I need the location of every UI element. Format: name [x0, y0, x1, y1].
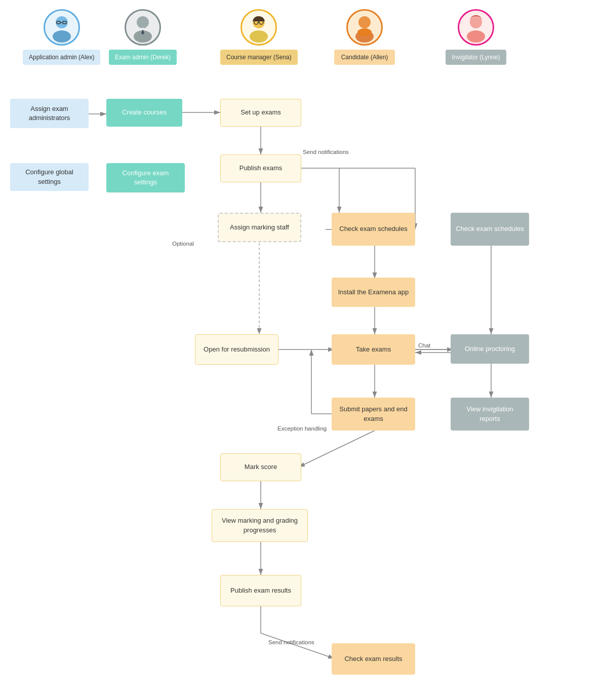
svg-rect-36 — [142, 28, 144, 30]
persona-alex: Application admin (Alex) — [23, 9, 100, 65]
persona-allen: Candidate (Allen) — [334, 9, 395, 65]
configure-global-box: Configure global settings — [10, 163, 89, 191]
install-examena-box: Install the Examena app — [332, 278, 415, 307]
avatar-sena — [240, 9, 277, 46]
persona-lynne-label: Invigilator (Lynne) — [446, 50, 506, 65]
optional-label: Optional — [172, 241, 194, 247]
view-invigilation-box: View invigilation reports — [451, 398, 529, 431]
avatar-lynne — [458, 9, 494, 46]
exception-handling-label: Exception handling — [277, 425, 327, 432]
online-proctoring-box: Online proctoring — [451, 334, 529, 364]
send-notifications-bottom-label: Send notifications — [268, 639, 314, 645]
svg-point-33 — [137, 16, 149, 28]
persona-derek: Exam admin (Derek) — [109, 9, 177, 65]
view-marking-box: View marking and grading progresses — [212, 509, 308, 542]
check-results-box: Check exam results — [332, 643, 415, 675]
persona-alex-label: Application admin (Alex) — [23, 50, 100, 65]
svg-point-38 — [250, 30, 268, 43]
avatar-derek — [125, 9, 161, 46]
svg-point-44 — [357, 28, 372, 36]
persona-allen-label: Candidate (Allen) — [334, 50, 395, 65]
set-up-exams-box: Set up exams — [220, 99, 301, 127]
svg-line-27 — [261, 633, 334, 658]
publish-results-box: Publish exam results — [220, 575, 301, 606]
mark-score-box: Mark score — [220, 453, 301, 481]
check-schedules-invigilator-box: Check exam schedules — [451, 213, 529, 246]
assign-marking-staff-box: Assign marking staff — [218, 213, 301, 242]
svg-line-22 — [299, 431, 375, 467]
svg-point-45 — [470, 16, 482, 28]
configure-exam-settings-box: Configure exam settings — [106, 163, 185, 192]
assign-exam-admins-box: Assign exam administrators — [10, 99, 89, 128]
svg-point-42 — [358, 16, 371, 28]
diagram-container: Application admin (Alex) Exam admin (Der… — [0, 0, 602, 700]
persona-sena-label: Course manager (Sena) — [220, 50, 298, 65]
publish-exams-box: Publish exams — [220, 154, 301, 182]
svg-point-29 — [53, 30, 71, 43]
avatar-alex — [44, 9, 80, 46]
submit-papers-box: Submit papers and end exams — [332, 398, 415, 431]
persona-lynne: Invigilator (Lynne) — [446, 9, 506, 65]
check-schedules-candidate-box: Check exam schedules — [332, 213, 415, 246]
svg-point-46 — [467, 30, 485, 43]
avatar-allen — [346, 9, 383, 46]
persona-derek-label: Exam admin (Derek) — [109, 50, 177, 65]
send-notifications-top-label: Send notifications — [303, 149, 349, 155]
persona-sena: Course manager (Sena) — [220, 9, 298, 65]
open-resubmission-box: Open for resubmission — [195, 334, 278, 365]
chat-label: Chat — [418, 342, 430, 348]
create-courses-box: Create courses — [106, 99, 182, 127]
take-exams-box: Take exams — [332, 334, 415, 365]
